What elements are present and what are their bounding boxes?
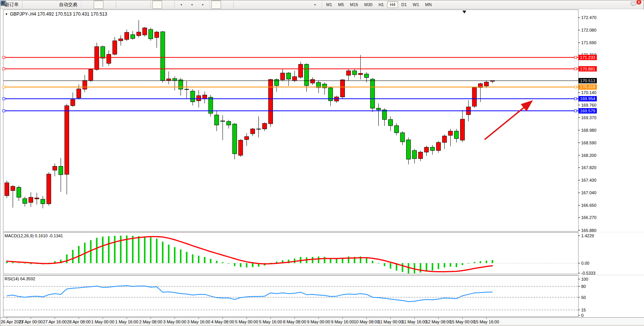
tile-windows-button[interactable]	[139, 0, 149, 9]
candle	[245, 137, 249, 140]
line-chart-button[interactable]	[104, 0, 114, 9]
time-axis-label: 1 May 16:00	[115, 320, 139, 324]
timeframe-m5[interactable]: M5	[335, 1, 346, 8]
candle	[197, 96, 201, 101]
chart-canvas[interactable]: 172.470172.080171.690171.310170.140169.7…	[0, 0, 644, 326]
candle	[461, 119, 465, 140]
cursor-button[interactable]	[211, 0, 221, 9]
time-axis-label: 27 Apr 00:00	[19, 320, 43, 324]
candle	[226, 121, 231, 125]
collapse-arrow-icon[interactable]: ▼	[5, 13, 8, 16]
candle	[389, 120, 393, 126]
time-axis-label: 9 May 16:00	[331, 320, 354, 324]
candle	[448, 131, 453, 135]
time-axis-label: 12 May 08:00	[426, 320, 451, 324]
zoom-out-button[interactable]	[128, 0, 138, 9]
macd-tick-label: -0.5333	[581, 271, 595, 275]
price-tick-label: 166.270	[581, 215, 596, 220]
timeframe-m1[interactable]: M1	[324, 1, 335, 8]
macd-tick-label: 0.00	[581, 261, 589, 265]
rsi-tick-label: 0	[581, 313, 583, 318]
price-tick-label: 166.650	[581, 203, 596, 208]
time-axis-label: 1 May 00:00	[91, 320, 115, 324]
toolbar-drag-handle[interactable]	[209, 1, 210, 8]
timeframe-h1[interactable]: H1	[376, 1, 386, 8]
price-tag-171.233: 171.233	[579, 55, 597, 60]
candle	[442, 136, 446, 142]
candle	[274, 80, 279, 86]
timeframe-w1[interactable]: W1	[410, 1, 422, 8]
timeframe-mn[interactable]: MN	[422, 1, 434, 8]
candle	[35, 198, 39, 199]
horizontal-line-button[interactable]	[246, 0, 256, 9]
rsi-tick-label: 100	[581, 277, 588, 281]
zoom-in-button[interactable]	[118, 0, 128, 9]
timeframe-h4[interactable]: H4	[387, 1, 398, 8]
mt4-window: 新订单 自动交易 ▾ ▾ ▾ E F	[0, 0, 644, 326]
candle	[281, 73, 285, 80]
candle	[71, 99, 75, 105]
time-axis-label: 5 May 00:00	[235, 320, 258, 324]
indicators-button[interactable]: ▾	[176, 0, 186, 9]
candle	[107, 54, 111, 64]
crosshair-button[interactable]	[222, 0, 232, 9]
candle	[29, 197, 33, 203]
price-tick-label: 169.760	[581, 103, 596, 107]
equidistant-channel-button[interactable]: E	[267, 0, 277, 9]
search-button[interactable]	[620, 0, 630, 9]
candle	[131, 35, 135, 38]
candle	[406, 140, 411, 159]
chart-shift-button[interactable]	[163, 0, 173, 9]
price-tag-170.318: 170.318	[579, 84, 597, 89]
candle	[472, 88, 477, 106]
candle	[293, 77, 297, 80]
rsi-tick-label: 15	[581, 308, 586, 312]
bar-chart-button[interactable]	[83, 0, 93, 9]
candle	[311, 80, 315, 83]
toolbar-drag-handle[interactable]	[321, 1, 322, 8]
timeframe-m30[interactable]: M30	[362, 1, 375, 8]
candle	[161, 32, 165, 80]
candle	[65, 105, 69, 174]
candle	[485, 82, 489, 86]
templates-button[interactable]: ▾	[198, 0, 207, 9]
candle	[101, 46, 105, 58]
signals-button[interactable]	[45, 0, 55, 9]
strategy-tester-button[interactable]	[35, 0, 45, 9]
market-watch-button[interactable]	[24, 0, 34, 9]
timeframe-d1[interactable]: D1	[399, 1, 410, 8]
text-button[interactable]: A	[289, 0, 298, 9]
candle	[179, 80, 183, 89]
notifications-button[interactable]: 1	[630, 0, 640, 9]
price-tag-170.513: 170.513	[579, 78, 597, 83]
candle	[173, 78, 177, 80]
vertical-line-button[interactable]	[235, 0, 245, 9]
arrows-button[interactable]: ▾	[310, 0, 320, 9]
auto-trading-button[interactable]: 自动交易	[56, 0, 79, 9]
auto-scroll-button[interactable]	[152, 0, 162, 9]
rsi-pane[interactable]	[3, 276, 579, 317]
price-tick-label: 169.370	[581, 115, 596, 120]
price-tick-label: 167.040	[581, 190, 596, 195]
candle	[257, 129, 261, 129]
main-chart-pane[interactable]	[3, 10, 579, 232]
trendline-button[interactable]	[257, 0, 266, 9]
chart-title: ▼ GBPJPY-,H4 170.492 170.513 170.431 170…	[5, 11, 107, 17]
pane-separator[interactable]	[0, 232, 644, 232]
time-axis-label: 5 May 16:00	[259, 320, 282, 324]
pane-separator[interactable]	[0, 275, 644, 275]
candle	[413, 150, 417, 158]
fibonacci-button[interactable]: F	[278, 0, 288, 9]
periods-button[interactable]: ▾	[187, 0, 197, 9]
timeframe-m15[interactable]: M15	[348, 1, 361, 8]
candle	[365, 74, 369, 77]
macd-pane[interactable]	[3, 233, 579, 274]
time-axis-label: 28 Apr 08:00	[67, 320, 91, 324]
time-axis-label: 3 May 16:00	[187, 320, 210, 324]
rsi-indicator-label: RSI(14) 64.3592	[5, 276, 35, 281]
text-label-button[interactable]: T	[299, 0, 309, 9]
candlestick-chart-button[interactable]	[94, 0, 104, 9]
candle	[59, 166, 63, 175]
toolbar-drag-handle[interactable]	[80, 1, 82, 8]
candle	[437, 142, 441, 150]
